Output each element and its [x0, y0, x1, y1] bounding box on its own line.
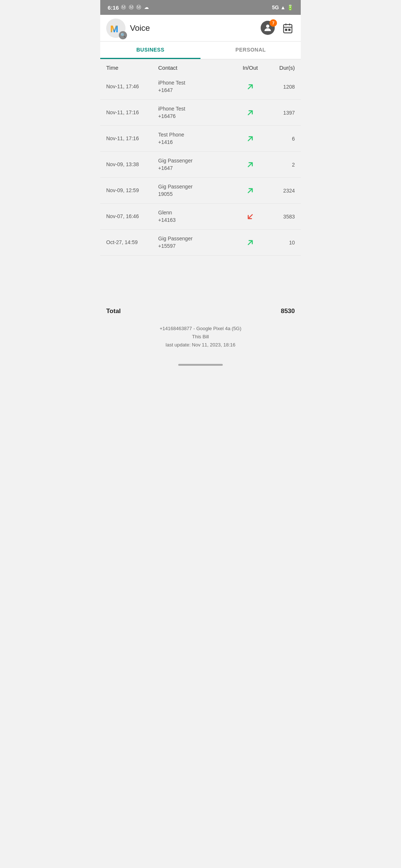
call-contact-2: Test Phone +1416: [158, 131, 235, 146]
svg-rect-8: [286, 29, 287, 30]
status-left: 6:16 Ⓜ Ⓜ Ⓜ ☁: [108, 4, 150, 11]
table-row[interactable]: Nov-11, 17:16 Test Phone +1416 6: [100, 126, 301, 152]
tab-bar: BUSINESS PERSONAL: [100, 42, 301, 59]
outgoing-arrow-icon: [245, 186, 255, 195]
outgoing-arrow-icon: [245, 238, 255, 247]
search-overlay-icon: 🔍: [119, 31, 127, 39]
incoming-arrow-icon: [245, 212, 255, 221]
table-header: Time Contact In/Out Dur(s): [100, 59, 301, 74]
outgoing-arrow-icon: [245, 82, 255, 92]
call-time-3: Nov-09, 13:38: [106, 161, 158, 168]
call-direction-1: [235, 108, 265, 118]
svg-rect-9: [289, 29, 290, 30]
call-contact-1: iPhone Test +16476: [158, 105, 235, 120]
avatar-button[interactable]: 7: [261, 21, 276, 36]
total-section: Total 8530: [100, 300, 301, 325]
call-contact-0: iPhone Test +1647: [158, 79, 235, 94]
signal-icons: Ⓜ Ⓜ Ⓜ ☁: [121, 4, 150, 11]
svg-rect-4: [284, 24, 292, 33]
home-indicator: [178, 364, 223, 366]
svg-point-3: [266, 24, 270, 28]
total-row: Total 8530: [106, 308, 295, 315]
call-direction-4: [235, 186, 265, 195]
call-duration-0: 1208: [265, 84, 295, 90]
call-direction-5: [235, 212, 265, 221]
call-contact-6: Gig Passenger +15597: [158, 235, 235, 250]
footer-info: +14168463877 - Google Pixel 4a (5G) This…: [100, 325, 301, 360]
signal-strength-icon: ▲: [280, 4, 286, 10]
table-row[interactable]: Nov-11, 17:46 iPhone Test +1647 1208: [100, 74, 301, 100]
call-duration-3: 2: [265, 162, 295, 168]
app-header: M M M 🔍 Voice 7: [100, 15, 301, 42]
call-time-4: Nov-09, 12:59: [106, 187, 158, 194]
col-contact-header: Contact: [158, 65, 235, 71]
calendar-button[interactable]: [281, 21, 295, 35]
notification-badge: 7: [270, 19, 277, 27]
footer-line-3: last update: Nov 11, 2023, 18:16: [100, 341, 301, 349]
table-row[interactable]: Nov-09, 12:59 Gig Passenger 19055 2324: [100, 178, 301, 204]
call-duration-5: 3583: [265, 214, 295, 220]
app-logo: M M M 🔍: [106, 19, 125, 38]
call-time-6: Oct-27, 14:59: [106, 239, 158, 246]
footer-line-2: This Bill: [100, 333, 301, 341]
tab-personal[interactable]: PERSONAL: [200, 42, 301, 59]
call-list: Time Contact In/Out Dur(s) Nov-11, 17:46…: [100, 59, 301, 366]
calendar-svg: [282, 23, 293, 34]
status-time: 6:16: [108, 4, 119, 11]
col-inout-header: In/Out: [235, 65, 265, 71]
col-duration-header: Dur(s): [265, 65, 295, 71]
call-duration-6: 10: [265, 240, 295, 246]
call-time-2: Nov-11, 17:16: [106, 135, 158, 142]
status-right: 5G ▲ 🔋: [272, 4, 293, 10]
call-direction-2: [235, 134, 265, 144]
table-row[interactable]: Nov-07, 16:46 Glenn +14163 3583: [100, 204, 301, 230]
table-row[interactable]: Nov-09, 13:38 Gig Passenger +1647 2: [100, 152, 301, 178]
call-time-1: Nov-11, 17:16: [106, 109, 158, 116]
call-contact-5: Glenn +14163: [158, 209, 235, 224]
total-value: 8530: [281, 308, 295, 315]
outgoing-arrow-icon: [245, 160, 255, 170]
call-duration-2: 6: [265, 136, 295, 142]
call-contact-3: Gig Passenger +1647: [158, 157, 235, 172]
network-label: 5G: [272, 4, 279, 10]
table-row[interactable]: Nov-11, 17:16 iPhone Test +16476 1397: [100, 100, 301, 126]
battery-icon: 🔋: [287, 4, 293, 10]
call-direction-3: [235, 160, 265, 170]
outgoing-arrow-icon: [245, 108, 255, 118]
page-title: Voice: [130, 23, 261, 33]
call-time-5: Nov-07, 16:46: [106, 213, 158, 220]
call-direction-6: [235, 238, 265, 247]
spacer: [100, 256, 301, 285]
tab-business[interactable]: BUSINESS: [100, 42, 200, 59]
call-time-0: Nov-11, 17:46: [106, 83, 158, 91]
call-contact-4: Gig Passenger 19055: [158, 183, 235, 198]
col-time-header: Time: [106, 65, 158, 71]
table-row[interactable]: Oct-27, 14:59 Gig Passenger +15597 10: [100, 230, 301, 256]
total-label: Total: [106, 308, 121, 315]
svg-text:M: M: [110, 23, 118, 34]
header-actions: 7: [261, 21, 295, 36]
footer-line-1: +14168463877 - Google Pixel 4a (5G): [100, 325, 301, 333]
call-duration-1: 1397: [265, 110, 295, 116]
outgoing-arrow-icon: [245, 134, 255, 144]
call-direction-0: [235, 82, 265, 92]
call-duration-4: 2324: [265, 188, 295, 194]
status-bar: 6:16 Ⓜ Ⓜ Ⓜ ☁ 5G ▲ 🔋: [100, 0, 301, 15]
